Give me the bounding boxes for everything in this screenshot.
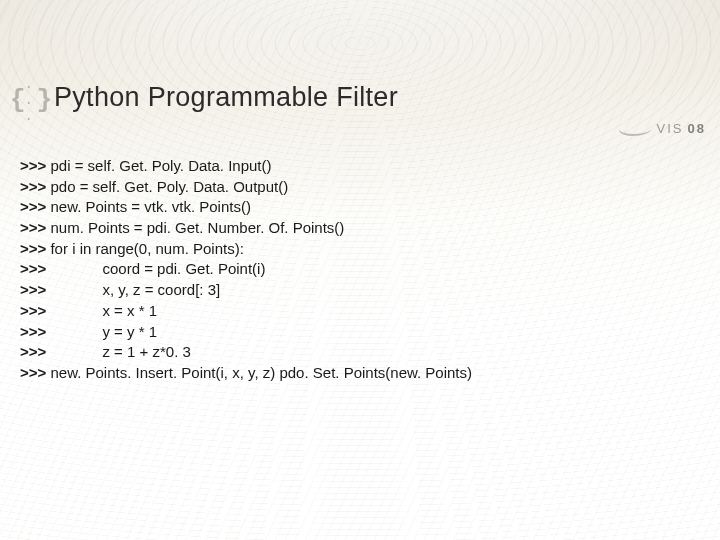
prompt: >>> xyxy=(20,178,50,195)
prompt: >>> xyxy=(20,157,50,174)
code-text: for i in range(0, num. Points): xyxy=(50,240,243,257)
code-line: >>> z = 1 + z*0. 3 xyxy=(20,342,472,363)
prompt: >>> xyxy=(20,281,50,298)
code-block: >>> pdi = self. Get. Poly. Data. Input()… xyxy=(20,156,472,384)
code-line: >>> for i in range(0, num. Points): xyxy=(20,239,472,260)
prompt: >>> xyxy=(20,343,50,360)
code-line: >>> num. Points = pdi. Get. Number. Of. … xyxy=(20,218,472,239)
prompt: >>> xyxy=(20,198,50,215)
code-text: new. Points. Insert. Point(i, x, y, z) p… xyxy=(50,364,472,381)
code-text: pdi = self. Get. Poly. Data. Input() xyxy=(50,157,271,174)
swoosh-icon xyxy=(616,120,656,136)
code-line: >>> coord = pdi. Get. Point(i) xyxy=(20,259,472,280)
code-line: >>> pdo = self. Get. Poly. Data. Output(… xyxy=(20,177,472,198)
code-line: >>> new. Points. Insert. Point(i, x, y, … xyxy=(20,363,472,384)
code-line: >>> x = x * 1 xyxy=(20,301,472,322)
code-line: >>> new. Points = vtk. vtk. Points() xyxy=(20,197,472,218)
code-line: >>> x, y, z = coord[: 3] xyxy=(20,280,472,301)
prompt: >>> xyxy=(20,302,50,319)
code-text: y = y * 1 xyxy=(102,323,157,340)
prompt: >>> xyxy=(20,323,50,340)
prompt: >>> xyxy=(20,219,50,236)
prompt: >>> xyxy=(20,240,50,257)
code-text: x = x * 1 xyxy=(102,302,157,319)
braces-icon: { . . . } xyxy=(10,86,50,114)
brace-right: } xyxy=(36,85,50,115)
conference-logo: VIS08 xyxy=(619,120,706,136)
prompt: >>> xyxy=(20,260,50,277)
ellipsis: . . . xyxy=(25,76,36,124)
brace-left: { xyxy=(10,85,24,115)
logo-text-light: VIS xyxy=(657,121,684,136)
code-line: >>> pdi = self. Get. Poly. Data. Input() xyxy=(20,156,472,177)
code-text: new. Points = vtk. vtk. Points() xyxy=(50,198,251,215)
slide: { . . . } Python Programmable Filter VIS… xyxy=(0,0,720,540)
slide-title: Python Programmable Filter xyxy=(54,82,398,113)
code-text: pdo = self. Get. Poly. Data. Output() xyxy=(50,178,288,195)
code-text: x, y, z = coord[: 3] xyxy=(102,281,220,298)
code-line: >>> y = y * 1 xyxy=(20,322,472,343)
prompt: >>> xyxy=(20,364,50,381)
logo-text-bold: 08 xyxy=(688,121,706,136)
code-text: z = 1 + z*0. 3 xyxy=(102,343,190,360)
code-text: num. Points = pdi. Get. Number. Of. Poin… xyxy=(50,219,344,236)
code-text: coord = pdi. Get. Point(i) xyxy=(102,260,265,277)
